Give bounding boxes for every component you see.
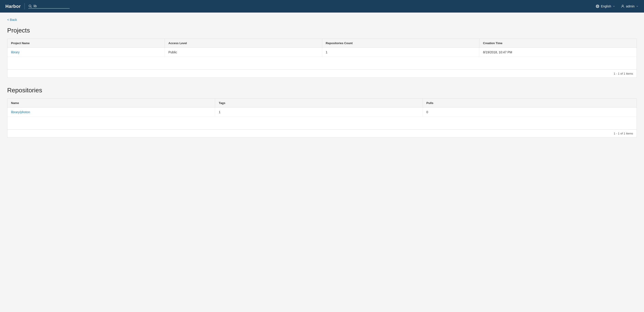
repositories-table-container: Name Tags Pulls library/photon 1 0 1 [7,98,637,138]
projects-section-title: Projects [7,27,637,34]
main-content: < Back Projects Project Name Access Leve… [0,12,644,312]
svg-point-0 [29,5,31,7]
projects-pagination-row: 1 - 1 of 1 items [8,70,636,78]
projects-row0-name: library [8,48,165,57]
header-divider [24,3,25,9]
projects-pagination: 1 - 1 of 1 items [8,70,636,78]
svg-line-1 [31,7,32,8]
header-right: English admin [596,4,638,8]
projects-empty-row [8,57,636,70]
repositories-table-header-row: Name Tags Pulls [8,99,636,108]
projects-col-creation-time: Creation Time [480,39,637,48]
projects-col-access-level: Access Level [165,39,322,48]
projects-row0-creation-time: 8/19/2018, 10:47 PM [480,48,637,57]
search-input[interactable] [34,4,70,8]
header: Harbor English [0,0,644,12]
repositories-table: Name Tags Pulls library/photon 1 0 1 [8,99,636,137]
projects-row0-repos-count: 1 [322,48,480,57]
repositories-table-row-0: library/photon 1 0 [8,108,636,117]
globe-icon [596,4,600,8]
projects-table-row-0: library Public 1 8/19/2018, 10:47 PM [8,48,636,57]
chevron-down-icon [612,5,615,8]
language-label: English [601,4,611,8]
repositories-row0-name-link[interactable]: library/photon [11,110,30,114]
header-left: Harbor [6,3,70,9]
repositories-row0-name: library/photon [8,108,215,117]
repositories-pagination-row: 1 - 1 of 1 items [8,130,636,138]
repositories-empty-row [8,117,636,130]
projects-col-repos-count: Repositories Count [322,39,480,48]
projects-table-header-row: Project Name Access Level Repositories C… [8,39,636,48]
repositories-empty-cell [8,117,636,130]
repositories-row0-tags: 1 [215,108,423,117]
user-label: admin [626,4,634,8]
repositories-pagination: 1 - 1 of 1 items [8,130,636,138]
projects-col-project-name: Project Name [8,39,165,48]
repositories-row0-pulls: 0 [422,108,636,117]
user-chevron-down-icon [636,5,638,8]
back-link[interactable]: < Back [7,18,17,21]
repositories-section-title: Repositories [7,87,637,94]
app-logo: Harbor [6,4,21,9]
projects-empty-cell [8,57,636,70]
projects-row0-access-level: Public [165,48,322,57]
repositories-col-name: Name [8,99,215,108]
user-icon [621,4,625,8]
user-menu[interactable]: admin [621,4,638,8]
search-container [28,4,70,8]
repositories-col-tags: Tags [215,99,423,108]
language-selector[interactable]: English [596,4,615,8]
search-icon [28,4,32,8]
svg-point-7 [622,5,623,6]
projects-table-container: Project Name Access Level Repositories C… [7,38,637,78]
repositories-col-pulls: Pulls [422,99,636,108]
projects-row0-name-link[interactable]: library [11,50,20,54]
projects-table: Project Name Access Level Repositories C… [8,39,636,78]
